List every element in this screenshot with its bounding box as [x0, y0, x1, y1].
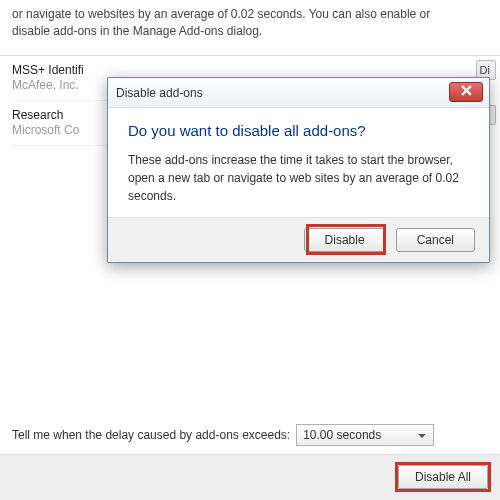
close-icon	[461, 85, 472, 99]
dialog-heading: Do you want to disable all add-ons?	[128, 122, 471, 139]
dialog-message: These add-ons increase the time it takes…	[128, 151, 471, 205]
intro-line-1: or navigate to websites by an average of…	[12, 7, 430, 21]
dialog-title: Disable add-ons	[116, 86, 203, 100]
close-button[interactable]	[449, 82, 483, 102]
disable-all-button[interactable]: Disable All	[398, 465, 488, 489]
footer-bar: Disable All	[0, 454, 500, 500]
dialog-titlebar: Disable add-ons	[108, 78, 489, 108]
intro-line-2: disable add-ons in the Manage Add-ons di…	[12, 24, 262, 38]
intro-text: or navigate to websites by an average of…	[0, 0, 500, 55]
threshold-bar: Tell me when the delay caused by add-ons…	[0, 416, 500, 454]
threshold-dropdown[interactable]: 10.00 seconds	[296, 424, 434, 446]
dialog-button-row: Disable Cancel	[108, 217, 489, 262]
threshold-selected-value: 10.00 seconds	[303, 428, 381, 442]
disable-addons-dialog: Disable add-ons Do you want to disable a…	[107, 77, 490, 263]
dialog-body: Do you want to disable all add-ons? Thes…	[108, 108, 489, 217]
threshold-label: Tell me when the delay caused by add-ons…	[12, 428, 290, 442]
disable-button[interactable]: Disable	[304, 228, 386, 252]
cancel-button[interactable]: Cancel	[396, 228, 475, 252]
addon-name: MSS+ Identifi	[12, 63, 488, 77]
